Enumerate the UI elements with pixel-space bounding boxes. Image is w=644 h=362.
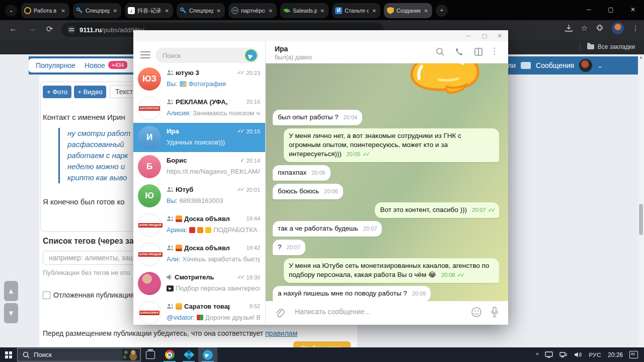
taskbar-search[interactable]: Поиск xyxy=(17,348,141,361)
site-tab-new[interactable]: Новое+434 xyxy=(77,58,135,73)
emoji-icon[interactable] xyxy=(471,307,482,318)
message-bubble-in[interactable]: боюсь боюсь20:06 xyxy=(273,184,343,199)
message-text: Вот это контент, спасибо ))) xyxy=(380,206,467,213)
browser-tab-active[interactable]: Создание пу ✕ xyxy=(384,3,432,18)
tab-close-icon[interactable]: ✕ xyxy=(164,8,170,14)
forward-button[interactable]: → xyxy=(28,24,36,33)
read-checks-icon: ✓✓ xyxy=(237,186,245,193)
scroll-top-button[interactable]: ▲ xyxy=(4,281,18,301)
chat-list-item[interactable]: ЮЗ ютую 3 ✓✓20:23 Вы:Фотография xyxy=(133,64,265,94)
all-bookmarks-button[interactable]: Все закладки xyxy=(598,43,635,50)
task-view-icon xyxy=(146,351,155,359)
window-minimize-button[interactable]: ─ xyxy=(578,0,600,20)
scrollbar-thumb[interactable] xyxy=(639,204,643,235)
tg-maximize-button[interactable]: ▢ xyxy=(477,30,492,41)
tab-search-button[interactable]: ⌄ xyxy=(5,5,17,17)
chat-list-item[interactable]: БЕСПЛАТНО РЕКЛАМА (УФА, Уфим... 20:16 Ал… xyxy=(133,94,265,123)
taskbar-chrome-button[interactable] xyxy=(160,347,179,362)
chat-preview: Удачных поисков))) xyxy=(167,138,225,146)
browser-tab[interactable]: Спецпредло ✕ xyxy=(177,3,225,18)
tab-close-icon[interactable]: ✕ xyxy=(371,8,377,14)
chat-list-item[interactable]: КУПИ ПРОДАЙ Доска объявлени... 19:42 Али… xyxy=(133,240,265,269)
rules-link[interactable]: правилам xyxy=(265,329,297,337)
browser-menu-icon[interactable]: ⋮ xyxy=(632,24,639,32)
message-bubble-out[interactable]: У меня лично нет, а вот знакомые сотрудн… xyxy=(284,128,499,162)
chat-list-item[interactable]: Б Борис ✓20:14 https://t.me/Nagaevo_REKL… xyxy=(133,152,265,181)
start-button[interactable] xyxy=(0,347,17,362)
download-icon[interactable] xyxy=(565,24,573,32)
search-icon[interactable] xyxy=(436,47,446,57)
messages-link[interactable]: Сообщения xyxy=(536,61,574,69)
add-video-button[interactable]: + Видео xyxy=(74,86,106,98)
window-restore-button[interactable]: ▢ xyxy=(600,0,622,20)
hamburger-menu-icon[interactable] xyxy=(140,51,150,58)
chat-list-item[interactable]: Смотритель ✓✓19:30 ▶Подбор персона заинт… xyxy=(133,269,265,298)
scrollbar-up-arrow[interactable]: ▲ xyxy=(638,55,644,59)
publish-button[interactable]: Опубликовать xyxy=(293,341,351,347)
language-indicator[interactable]: РУС xyxy=(589,352,601,358)
chat-list-item[interactable]: КУПИ ПРОДАЙ Доска объявлени... 19:44 Ари… xyxy=(133,210,265,240)
tab-close-icon[interactable]: ✕ xyxy=(423,8,429,14)
tab-close-icon[interactable]: ✕ xyxy=(60,8,66,14)
site-tab-popular[interactable]: Популярное xyxy=(29,58,83,73)
preview-sender: Вы: xyxy=(167,197,178,204)
conversation-menu-icon[interactable]: ⋮ xyxy=(490,46,500,56)
message-bubble-out[interactable]: Вот это контент, спасибо )))20:07✓✓ xyxy=(375,202,499,218)
attach-paperclip-icon[interactable] xyxy=(275,308,285,319)
browser-tab[interactable]: И Станьте стр ✕ xyxy=(332,3,380,18)
browser-tab[interactable]: ♪ 抖音-记录美 ✕ xyxy=(125,3,173,18)
message-bubble-out[interactable]: У меня на Ютубе сеть монетизированных ка… xyxy=(284,258,499,283)
browser-tab[interactable]: партнёрска ✕ xyxy=(228,3,277,18)
telegram-titlebar[interactable]: ─ ▢ ✕ xyxy=(133,30,508,41)
call-icon[interactable] xyxy=(455,47,465,57)
network-icon[interactable] xyxy=(559,351,568,358)
chat-list-item[interactable]: Ю Ютуб ✓✓20:01 Вы:689386163003 xyxy=(133,181,265,210)
message-bubble-in[interactable]: ?20:07 xyxy=(273,240,305,255)
taskbar-telegram-button[interactable] xyxy=(198,347,217,362)
chat-list-item[interactable]: БАРАХОЛКА Саратов товары и ... 8:52 @vid… xyxy=(133,298,265,325)
rules-note: Перед размещением публикации убедитесь, … xyxy=(43,329,297,337)
profile-avatar[interactable] xyxy=(612,22,624,34)
sidebar-toggle-icon[interactable] xyxy=(474,47,484,57)
tab-close-icon[interactable]: ✕ xyxy=(268,8,274,14)
message-bubble-in[interactable]: пхпахпах20:06 xyxy=(273,165,331,181)
tg-close-button[interactable]: ✕ xyxy=(492,30,507,41)
user-avatar[interactable] xyxy=(579,59,592,72)
chat-list-item-selected[interactable]: И Ира ✓✓20:15 Удачных поисков))) xyxy=(133,123,265,152)
extensions-icon[interactable] xyxy=(596,24,604,32)
browser-tab[interactable]: Спецпредло ✕ xyxy=(73,3,121,18)
taskbar-app-button[interactable] xyxy=(179,347,198,362)
site-settings-icon[interactable] xyxy=(67,26,75,34)
new-tab-button[interactable]: + xyxy=(436,5,448,17)
display-tray-icon[interactable] xyxy=(545,351,553,358)
deferred-checkbox[interactable] xyxy=(43,292,50,299)
bookmark-star-icon[interactable]: ☆ xyxy=(581,24,588,33)
browser-tab[interactable]: Работа в ✕ xyxy=(21,3,69,18)
message-bubble-in[interactable]: так а че работать будешь20:07 xyxy=(273,221,382,237)
back-button[interactable]: ← xyxy=(9,24,17,33)
chevron-down-icon[interactable]: ⌄ xyxy=(597,62,603,69)
scroll-bottom-button[interactable]: ▼ xyxy=(4,303,18,323)
tab-close-icon[interactable]: ✕ xyxy=(216,8,222,14)
tab-close-icon[interactable]: ✕ xyxy=(112,8,118,14)
window-close-button[interactable]: ✕ xyxy=(622,0,644,20)
tg-minimize-button[interactable]: ─ xyxy=(461,30,476,41)
add-photo-button[interactable]: + Фото xyxy=(43,86,71,98)
message-bubble-in[interactable]: был опыт работы ?20:04 xyxy=(273,110,362,125)
reload-button[interactable]: ⟳ xyxy=(46,24,53,34)
telegram-search-input[interactable] xyxy=(155,48,259,63)
conversation-title[interactable]: Ира xyxy=(275,45,288,53)
clock[interactable]: 20:26 xyxy=(608,351,623,358)
messages-icon[interactable] xyxy=(521,62,531,69)
page-scrollbar[interactable]: ▲ xyxy=(638,54,644,347)
message-bubble-in[interactable]: а нахуй пишешь мне по поводу работы ?20:… xyxy=(273,286,431,301)
browser-tab[interactable]: Saleads.pro ✕ xyxy=(280,3,329,18)
tab-close-icon[interactable]: ✕ xyxy=(319,8,326,14)
volume-icon[interactable] xyxy=(574,351,582,358)
message-input[interactable] xyxy=(294,307,462,316)
task-view-button[interactable] xyxy=(141,347,160,362)
tray-expand-icon[interactable]: ^ xyxy=(536,352,538,358)
action-center-icon[interactable] xyxy=(629,351,638,358)
leaf-favicon-icon xyxy=(283,7,290,14)
microphone-icon[interactable] xyxy=(490,306,499,318)
